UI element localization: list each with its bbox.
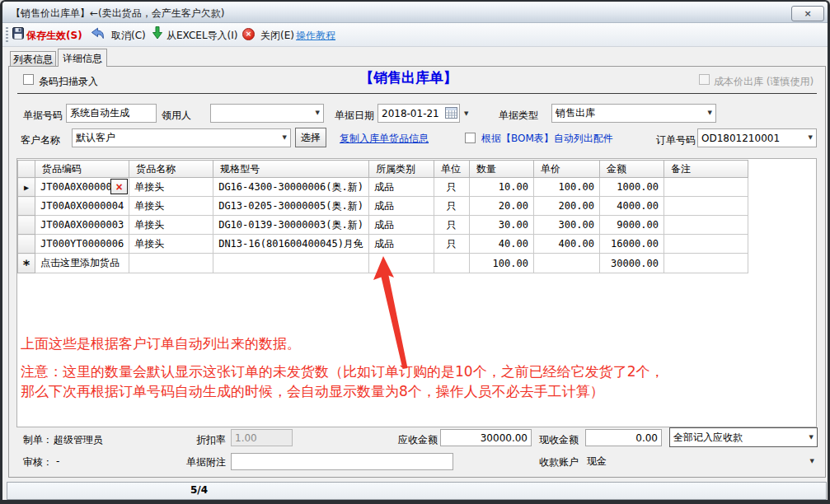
cell-empty[interactable] xyxy=(533,254,599,273)
copy-inbound-link[interactable]: 复制入库单货品信息 xyxy=(340,132,429,146)
cell-price[interactable]: 200.00 xyxy=(533,197,599,216)
cell-empty[interactable] xyxy=(213,254,369,273)
tab-detail-info[interactable]: 详细信息 xyxy=(58,49,107,67)
toolbar-grip[interactable] xyxy=(6,27,8,43)
cell-price[interactable]: 400.00 xyxy=(533,235,599,254)
cell-name[interactable]: 单接头 xyxy=(129,216,213,235)
close-icon: × xyxy=(804,8,811,19)
received-label: 现收金额 xyxy=(539,433,579,447)
cell-qty[interactable]: 10.00 xyxy=(469,178,533,197)
date-dropdown-arrow-icon[interactable]: ▼ xyxy=(464,110,468,117)
dropdown-arrow-icon: ▼ xyxy=(316,110,320,116)
cell-code[interactable]: JT00A0X0000004 xyxy=(35,197,129,216)
cell-code[interactable]: JT000YT0000006 xyxy=(35,235,129,254)
form-title: 【销售出库单】 xyxy=(359,68,457,87)
cell-empty[interactable] xyxy=(129,254,213,273)
row-selector[interactable]: ▶ xyxy=(18,178,35,197)
row-header[interactable] xyxy=(18,161,35,178)
delete-row-button[interactable]: × xyxy=(110,179,128,194)
cell-name[interactable]: 单接头 xyxy=(129,197,213,216)
cell-spec[interactable]: DN13-16(801600400045)月免 xyxy=(213,235,369,254)
total-amount: 30000.00 xyxy=(599,254,664,273)
doc-no-input[interactable]: 系统自动生成 xyxy=(66,104,157,123)
date-input[interactable]: 2018-01-21 xyxy=(377,104,460,123)
cell-code[interactable]: JT00A0X000000 × xyxy=(35,178,129,197)
cell-price[interactable]: 300.00 xyxy=(533,216,599,235)
col-header-code[interactable]: 货品编码 xyxy=(35,161,129,178)
col-header-spec[interactable]: 规格型号 xyxy=(213,161,369,178)
cell-note[interactable] xyxy=(664,178,748,197)
undo-icon xyxy=(91,27,105,40)
col-header-qty[interactable]: 数量 xyxy=(469,161,533,178)
save-button[interactable]: 保存生效(S) xyxy=(26,29,82,43)
col-header-note[interactable]: 备注 xyxy=(664,161,748,178)
cell-amount[interactable]: 16000.00 xyxy=(599,235,664,254)
receivable-input[interactable]: 30000.00 xyxy=(440,429,532,446)
cell-amount[interactable]: 4000.00 xyxy=(599,197,664,216)
cell-empty[interactable] xyxy=(434,254,469,273)
window-close-button[interactable]: × xyxy=(791,6,824,21)
cell-qty[interactable]: 40.00 xyxy=(469,235,533,254)
doc-note-input[interactable] xyxy=(231,453,453,470)
dropdown-arrow-icon: ▼ xyxy=(708,110,712,116)
cell-empty[interactable] xyxy=(664,254,748,273)
calendar-icon[interactable] xyxy=(445,107,457,119)
col-header-price[interactable]: 单价 xyxy=(533,161,599,178)
booking-mode-combo[interactable]: 全部记入应收款 ▼ xyxy=(669,427,818,447)
date-label: 单据日期 xyxy=(335,109,374,123)
cell-amount[interactable]: 1000.00 xyxy=(599,178,664,197)
cell-category[interactable]: 成品 xyxy=(368,216,434,235)
total-qty: 100.00 xyxy=(469,254,533,273)
cancel-button[interactable]: 取消(C) xyxy=(111,29,146,43)
cell-unit[interactable]: 只 xyxy=(434,178,469,197)
dropdown-arrow-icon: ▼ xyxy=(283,135,287,141)
add-row-cell[interactable]: 点击这里添加货品 xyxy=(35,254,129,273)
table-row: JT00A0X0000004 单接头 DG13-0205-30000005(奥.… xyxy=(18,197,748,216)
table-row: ▶ JT00A0X000000 × 单接头 DG16-4300-30000006… xyxy=(18,178,748,197)
cell-spec[interactable]: DG13-0205-30000005(奥.新) xyxy=(213,197,369,216)
cell-name[interactable]: 单接头 xyxy=(129,235,213,254)
col-header-name[interactable]: 货品名称 xyxy=(129,161,213,178)
cost-price-label: 成本价出库 (谨慎使用) xyxy=(714,75,814,89)
cell-name[interactable]: 单接头 xyxy=(129,178,213,197)
cell-note[interactable] xyxy=(664,197,748,216)
add-row-marker[interactable]: ∗ xyxy=(18,254,35,273)
cell-category[interactable]: 成品 xyxy=(368,197,434,216)
cell-note[interactable] xyxy=(664,216,748,235)
annotation-arrow xyxy=(365,249,415,374)
close-window-button[interactable]: 关闭(E) xyxy=(260,29,294,43)
select-customer-button[interactable]: 选择 xyxy=(295,128,326,147)
tutorial-link[interactable]: 操作教程 xyxy=(296,29,335,43)
col-header-amount[interactable]: 金额 xyxy=(599,161,664,178)
cell-unit[interactable]: 只 xyxy=(434,216,469,235)
col-header-unit[interactable]: 单位 xyxy=(434,161,469,178)
bom-checkbox[interactable] xyxy=(465,133,476,143)
import-excel-button[interactable]: 从EXCEL导入(I) xyxy=(166,29,237,43)
row-selector[interactable] xyxy=(18,197,35,216)
annotation-line-3: 那么下次再根据订单号码自动生成的时候，会自动显示数量为8个，操作人员不必去手工计… xyxy=(21,382,604,401)
cost-price-checkbox[interactable] xyxy=(699,74,710,85)
order-no-combo[interactable]: OD1801210001 ▼ xyxy=(697,128,817,147)
cell-note[interactable] xyxy=(664,235,748,254)
cell-category[interactable]: 成品 xyxy=(368,178,434,197)
tab-list-info[interactable]: 列表信息 xyxy=(10,51,56,67)
cell-qty[interactable]: 30.00 xyxy=(469,216,533,235)
cell-price[interactable]: 100.00 xyxy=(533,178,599,197)
col-header-category[interactable]: 所属类别 xyxy=(368,161,434,178)
discount-input[interactable]: 1.00 xyxy=(231,429,293,446)
cell-unit[interactable]: 只 xyxy=(434,197,469,216)
row-selector[interactable] xyxy=(18,216,35,235)
recipient-combo[interactable]: ▼ xyxy=(210,104,324,123)
received-input[interactable]: 0.00 xyxy=(585,429,662,446)
row-selector[interactable] xyxy=(18,235,35,254)
cell-amount[interactable]: 9000.00 xyxy=(599,216,664,235)
barcode-scan-checkbox[interactable] xyxy=(23,74,34,85)
cell-code[interactable]: JT00A0X0000003 xyxy=(35,216,129,235)
cell-spec[interactable]: DG10-0139-30000003(奥.新) xyxy=(213,216,369,235)
cell-spec[interactable]: DG16-4300-30000006(奥.新) xyxy=(213,178,369,197)
customer-combo[interactable]: 默认客户 ▼ xyxy=(72,128,291,147)
cell-qty[interactable]: 20.00 xyxy=(469,197,533,216)
type-combo[interactable]: 销售出库 ▼ xyxy=(551,104,716,123)
cell-unit[interactable]: 只 xyxy=(434,235,469,254)
account-combo[interactable]: 现金 ▼ xyxy=(584,453,818,470)
